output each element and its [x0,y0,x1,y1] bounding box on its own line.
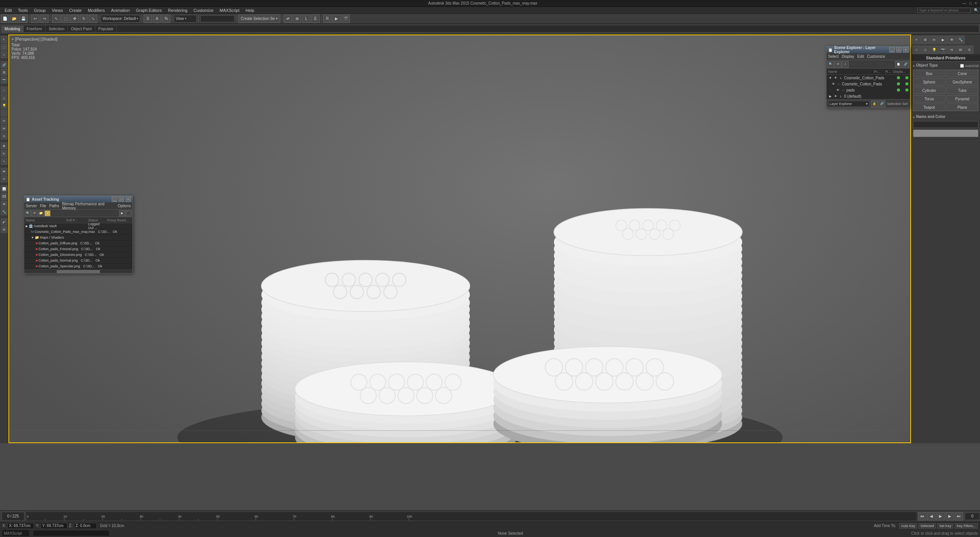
object-name-input[interactable] [913,121,978,128]
sidebar-utility-icon[interactable]: 🔧 [1,208,8,215]
tab-selection[interactable]: Selection [46,26,68,32]
btn-plane[interactable]: Plane [946,103,979,111]
btn-geosphere[interactable]: GeoSphere [946,78,979,86]
btn-pyramid[interactable]: Pyramid [946,95,979,103]
scene-explorer-btn[interactable]: E [311,15,320,23]
se-row-3[interactable]: ▶ 👁 L 0 (default) [826,93,910,99]
se-menu-edit[interactable]: Edit [858,54,864,59]
rp-create-icon[interactable]: + [912,36,921,44]
rp-geom-icon[interactable]: ○ [912,46,921,54]
at-restore-btn[interactable]: □ [119,196,124,202]
se-mode-dropdown[interactable]: Layer Explorer ▾ [828,101,869,107]
object-type-expand-icon[interactable]: ▾ [913,64,915,68]
btn-box[interactable]: Box [913,70,946,77]
menu-group[interactable]: Group [31,8,49,13]
scene-explorer-titlebar[interactable]: 📋 Scene Explorer - Layer Explorer _ □ × [826,46,910,53]
open-btn[interactable]: 📂 [10,15,18,23]
auto-key-btn[interactable]: Auto Key [899,523,917,529]
restore-app-btn[interactable]: □ [969,1,972,5]
rp-system-icon[interactable]: S [965,46,973,54]
scene-explorer-restore-btn[interactable]: □ [896,47,902,52]
snap-btn[interactable]: S [144,15,152,23]
key-filters-btn[interactable]: Key Filters... [955,523,978,529]
sidebar-link-icon[interactable]: 🔗 [1,61,8,68]
menu-animation[interactable]: Animation [108,8,133,13]
goto-end-btn[interactable]: ⏭ [955,512,963,521]
y-coord-value[interactable]: Y: 69.737cm [41,523,67,529]
se-tb-btn5[interactable]: 🔗 [902,61,909,68]
se-row-1[interactable]: 👁 □ Cosmetic_Cotton_Pads [826,81,910,87]
sidebar-motion-icon[interactable]: 🎞 [1,193,8,200]
search-input[interactable] [917,8,971,13]
at-row-2[interactable]: ▼ 📁 Maps / Shaders [24,235,132,241]
rotate-btn[interactable]: ↻ [80,15,88,23]
scene-explorer-min-btn[interactable]: _ [889,47,895,52]
create-selection-btn[interactable]: Create Selection Se ▾ [238,15,280,23]
color-swatch[interactable] [913,129,978,137]
rp-utility-icon[interactable]: 🔧 [956,36,965,44]
sidebar-light-icon[interactable]: 💡 [1,102,8,109]
sidebar-tool2-icon[interactable]: + [1,51,8,58]
select-region-btn[interactable]: ⬚ [61,15,70,23]
at-tb-btn5[interactable]: ▶ [119,210,125,216]
rp-spacewarp-icon[interactable]: W [956,46,965,54]
se-link-btn[interactable]: 🔗 [879,100,885,107]
new-btn[interactable]: 📄 [1,15,9,23]
tab-object-paint[interactable]: Object Paint [68,26,95,32]
menu-tools[interactable]: Tools [15,8,31,13]
tab-modeling[interactable]: Modeling [2,26,24,32]
se-menu-select[interactable]: Select [828,54,839,59]
sidebar-camera-icon[interactable]: 📷 [1,77,8,83]
sidebar-sys-icon[interactable]: S [1,133,8,139]
btn-tube[interactable]: Tube [946,87,979,94]
sidebar-rotate-icon[interactable]: ↻ [1,150,8,157]
at-scrollbar[interactable] [24,270,132,273]
at-row-3[interactable]: ■ Cotton_pads_Diffuse.png C:\3D... Ok [24,241,132,246]
at-menu-bitmap[interactable]: Bitmap Performance and Memory [62,202,114,210]
mirror-btn[interactable]: ⇌ [284,15,292,23]
move-btn[interactable]: ✥ [70,15,79,23]
at-min-btn[interactable]: _ [112,196,117,202]
se-lock-btn[interactable]: 🔒 [871,100,878,107]
coord-dropdown[interactable]: View ▾ [174,15,197,23]
at-row-1[interactable]: M Cosmetic_Cotton_Pads_max_vray.max C:\3… [24,229,132,235]
frame-input[interactable] [965,512,980,520]
btn-sphere[interactable]: Sphere [913,78,946,86]
at-menu-options[interactable]: Options [118,204,131,208]
named-selection-input[interactable] [200,15,235,22]
menu-customize[interactable]: Customize [191,8,217,13]
se-tb-btn4[interactable]: 📋 [895,61,902,68]
se-tb-btn2[interactable]: ⟳ [835,61,841,68]
name-color-expand-icon[interactable]: ▾ [913,116,915,119]
x-coord-value[interactable]: X: 69.737cm [7,523,34,529]
tab-freeform[interactable]: Freeform [24,26,46,32]
minimize-app-btn[interactable]: — [962,1,966,5]
workspace-dropdown[interactable]: Workspace: Default ▾ [101,15,140,23]
menu-help[interactable]: Help [243,8,258,13]
at-menu-file[interactable]: File [40,204,46,208]
sidebar-helper-icon[interactable]: H [1,117,8,124]
next-frame-btn[interactable]: ▶ [946,512,954,521]
angle-snap-btn[interactable]: A [153,15,161,23]
se-menu-display[interactable]: Display [842,54,854,59]
percent-snap-btn[interactable]: % [162,15,170,23]
at-close-btn[interactable]: × [126,196,131,202]
menu-rendering[interactable]: Rendering [165,8,191,13]
at-row-5[interactable]: ■ Cotton_pads_Glossines.png C:\3D... Ok [24,252,132,258]
at-menu-paths[interactable]: Paths [49,204,59,208]
rp-display-icon[interactable]: 👁 [947,36,956,44]
undo-btn[interactable]: ↩ [31,15,39,23]
at-row-6[interactable]: ■ Cotton_pads_Normal.png C:\3D... Ok [24,258,132,264]
btn-cone[interactable]: Cone [946,70,979,77]
at-row-0[interactable]: ▶ 🏦 Autodesk Vault Logged Out ... [24,223,132,229]
se-tb-btn1[interactable]: 🔍 [827,61,834,68]
at-tb-btn1[interactable]: 🔍 [25,210,31,216]
sidebar-select-icon[interactable]: ↖ [1,36,8,43]
sidebar-hier-icon[interactable]: 📊 [1,185,8,192]
autogrid-checkbox[interactable] [960,64,964,68]
render-frame-btn[interactable]: 🎬 [341,15,350,23]
sidebar-geom-icon[interactable]: ○ [1,87,8,93]
rp-shape-icon[interactable]: ◇ [921,46,929,54]
maxscript-input[interactable] [33,530,109,536]
close-app-btn[interactable]: × [975,1,977,5]
